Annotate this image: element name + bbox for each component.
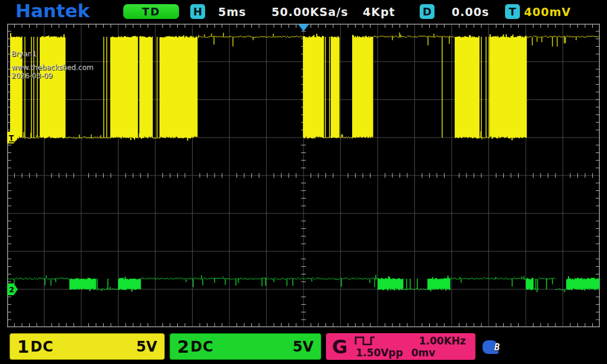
ch2-settings-box[interactable]: 2 DC 5V [170, 333, 321, 360]
square-wave-icon [354, 336, 376, 346]
trigger-level-value: 400mV [524, 5, 571, 18]
trigger-menu-badge[interactable]: T [505, 4, 520, 19]
ch1-scale: 5V [136, 339, 157, 355]
brand-logo: Hantek [15, 0, 90, 21]
horizontal-menu-badge[interactable]: H [190, 4, 205, 19]
generator-frequency: 1.00KHz [419, 335, 466, 347]
generator-amplitude: 1.50Vpp [356, 347, 402, 359]
usb-indicator-label: B [494, 342, 500, 353]
ch1-number: 1 [17, 337, 29, 357]
waveform-graticule: T 2 [7, 24, 600, 327]
ch2-position-marker[interactable]: 2 [7, 283, 18, 295]
generator-offset: 0mv [411, 347, 436, 359]
delay-menu-badge[interactable]: D [420, 4, 435, 19]
trigger-status-badge[interactable]: TD [123, 4, 179, 19]
waveform-traces [7, 33, 599, 292]
top-status-bar: Hantek TD H 5ms 50.00KSa/s 4Kpt D 0.00s … [0, 0, 607, 23]
trace-ch2 [7, 275, 599, 292]
scope-display: T 2 Bryan1 www.thebackshed.com 2026-03-0… [7, 24, 600, 327]
ch2-scale: 5V [293, 339, 314, 355]
memory-depth-value: 4Kpt [363, 5, 395, 18]
trigger-level-marker-label: T [9, 134, 14, 142]
timebase-value: 5ms [218, 5, 246, 18]
signal-generator-box[interactable]: G 1.00KHz 1.50Vpp 0mv [326, 333, 475, 360]
ch1-settings-box[interactable]: 1 DC 5V [9, 333, 165, 360]
horizontal-offset-value: 0.00s [452, 5, 489, 18]
trigger-position-marker[interactable] [298, 24, 309, 31]
ch2-number: 2 [177, 337, 189, 357]
generator-label: G [332, 336, 347, 358]
ch2-position-marker-label: 2 [9, 286, 14, 294]
bottom-status-bar: 1 DC 5V 2 DC 5V G 1.00KHz 1.50Vpp 0mv B [0, 330, 607, 364]
annotation-website: www.thebackshed.com [11, 63, 94, 72]
trace-ch1 [11, 33, 599, 141]
annotation-date: 2026-03-09 [11, 72, 94, 80]
annotation-username: Bryan1 [11, 50, 94, 58]
screen-annotation: Bryan1 www.thebackshed.com 2026-03-09 [11, 50, 94, 80]
usb-storage-indicator: B [483, 340, 503, 355]
sample-rate-value: 50.00KSa/s [271, 5, 349, 18]
ch2-coupling: DC [190, 339, 214, 355]
ch1-coupling: DC [30, 339, 54, 355]
